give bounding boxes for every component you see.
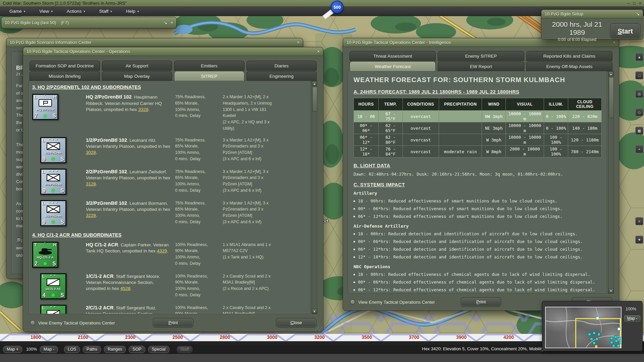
unit-counter-icon[interactable]: L • • 2/C/1-2 AC 4S xyxy=(40,305,66,314)
recon-symbol xyxy=(47,279,60,286)
scroll-down-icon[interactable]: ▼ xyxy=(312,309,317,314)
unit-counter-icon[interactable]: T ' H HQ C/1-2 A 2S xyxy=(32,242,58,268)
menu-view[interactable]: View▾ xyxy=(35,9,57,14)
scrollbar-thumb[interactable] xyxy=(312,87,317,112)
special-button[interactable]: Special xyxy=(148,346,169,353)
unit-equipment: 2 x Cavalry Scout and 2 x M3A1 Bradley[M… xyxy=(223,273,310,292)
tab-engineering[interactable]: Engineering xyxy=(247,71,317,81)
close-button[interactable]: Close xyxy=(276,318,316,327)
tab-air-support[interactable]: Air Support xyxy=(102,61,172,71)
unit-counter-icon[interactable]: L • • • 3/2/PzGren 9S xyxy=(40,200,66,226)
view-enemy-toc-label: View Enemy Tactical Operations Center xyxy=(358,300,435,305)
hex-link[interactable]: 4329 xyxy=(157,248,167,253)
hex-link[interactable]: 3028 xyxy=(86,150,96,155)
resize-grip-icon[interactable]: ⋰⋰ xyxy=(315,326,322,331)
bridge-weight-marker[interactable]: 500 xyxy=(331,1,343,13)
ruler-label: 3700 xyxy=(390,335,438,340)
map-edge-toolbar: ▲ □ ◎ ◇ ▦ + ≡ ▼ xyxy=(635,53,643,244)
close-icon[interactable]: × xyxy=(317,49,320,54)
tab-sitrep[interactable]: SITREP xyxy=(174,71,245,81)
unit-counter-icon[interactable]: L • • • 1/2/PzGren 9S xyxy=(40,137,66,163)
intel-window: 10 PzG Bgde Tactical Operations Center -… xyxy=(343,38,619,311)
tab-emitters[interactable]: Emitters xyxy=(174,61,245,71)
tab-diaries[interactable]: Diaries xyxy=(247,61,317,71)
ruler-label: 3000 xyxy=(249,335,296,340)
ruler-label: 2800 xyxy=(201,335,249,340)
weather-row: 12* - 18*76 - 84°F overcastmoderate rain… xyxy=(354,146,602,158)
scroll-down-icon[interactable]: ▼ xyxy=(635,236,643,244)
restore-icon[interactable]: ↘ xyxy=(636,11,640,16)
view-enemy-toc-checkbox[interactable] xyxy=(30,320,35,325)
menu-staff[interactable]: Staff▾ xyxy=(95,9,117,14)
sitrep-unit-row: L ' H HQ 2/PzGre 7S HQ 2/PzGrenBtl 102. … xyxy=(32,94,309,132)
viewport-handle[interactable] xyxy=(596,317,599,320)
unit-stats: 75% Readiness, 65% Morale, 100% Ammo, 0 … xyxy=(175,137,218,162)
minimap-map-button[interactable]: Map - xyxy=(624,315,641,322)
hex-link[interactable]: 3328 xyxy=(138,107,148,112)
ops-scrollbar[interactable]: ▲ ▼ xyxy=(312,81,317,314)
start-button[interactable]: Start xyxy=(610,23,640,39)
close-icon[interactable]: × xyxy=(639,1,641,6)
map-tool-icon[interactable]: ≡ xyxy=(635,217,643,225)
unit-stats: 75% Readiness, 65% Morale, 100% Ammo, 0 … xyxy=(175,94,218,119)
tab-weather-forecast[interactable]: Weather Forecast xyxy=(350,61,436,71)
map-tool-icon[interactable]: ◇ xyxy=(635,108,643,116)
scroll-up-icon[interactable]: ▲ xyxy=(312,81,317,86)
map-tool-icon[interactable]: □ xyxy=(635,71,643,79)
viewport-handle[interactable] xyxy=(618,327,621,330)
restore-icon[interactable]: ↘ xyxy=(164,20,167,25)
map-zoom-out-button[interactable]: Map - xyxy=(40,346,58,353)
unit-counter-icon[interactable]: L • • 1/C/1-2 AC 4S xyxy=(40,273,66,299)
tab-map-overlay[interactable]: Map Overlay xyxy=(102,71,172,81)
tab-enemy-sitrep[interactable]: Enemy SITREP xyxy=(438,51,524,61)
tab-mission-briefing[interactable]: Mission Briefing xyxy=(30,71,100,81)
hex-link[interactable]: 3128 xyxy=(86,181,96,186)
menu-actions[interactable]: Actions▾ xyxy=(62,9,90,14)
scenario-checkbox[interactable] xyxy=(16,237,21,243)
infantry-symbol xyxy=(47,205,60,213)
restore-icon[interactable]: □ xyxy=(633,1,636,6)
tab-reported-kills[interactable]: Reported Kills and Claims xyxy=(526,51,612,61)
intel-scrollbar[interactable]: ▲ ▼ xyxy=(608,71,614,294)
hex-link[interactable]: 3228 xyxy=(86,213,96,218)
ruler-label: 1800 xyxy=(12,335,59,340)
minimize-icon[interactable]: ─ xyxy=(627,1,630,6)
ranges-button[interactable]: Ranges xyxy=(104,346,126,353)
menu-help[interactable]: Help▾ xyxy=(121,9,144,14)
map-zoom-in-button[interactable]: Map + xyxy=(3,346,22,353)
print-button[interactable]: Print xyxy=(461,297,501,307)
map-tool-icon[interactable]: ▦ xyxy=(635,127,643,135)
hex-link[interactable]: 4528 xyxy=(120,286,130,291)
scroll-down-icon[interactable]: ▼ xyxy=(608,288,613,293)
ruler-label: 3200 xyxy=(296,335,343,340)
ruler-label: 2500 xyxy=(154,335,201,340)
tab-enemy-offmap[interactable]: Enemy Off-Map Assets xyxy=(526,61,612,71)
tab-threat-assessment[interactable]: Threat Assessment xyxy=(350,51,436,61)
unit-counter-icon[interactable]: L • • • 2/2/PzGren 9S xyxy=(40,169,66,195)
sop-button[interactable]: SOP xyxy=(129,346,145,353)
setup-window-title: 10 PzG Bgde Setup xyxy=(545,11,583,16)
menu-game[interactable]: Game▾ xyxy=(5,9,30,14)
scroll-up-icon[interactable]: ▲ xyxy=(635,53,643,61)
minimap[interactable] xyxy=(545,307,622,348)
log-window-title: 10 PzG Bgde Log (last 50) xyxy=(5,20,56,25)
close-icon[interactable]: × xyxy=(170,20,173,25)
close-icon[interactable]: × xyxy=(297,40,300,45)
view-enemy-toc-checkbox[interactable] xyxy=(350,299,355,305)
scrollbar-thumb[interactable] xyxy=(609,77,614,118)
unit-counter-icon[interactable]: L ' H HQ 2/PzGre 7S xyxy=(32,94,58,120)
map-tool-icon[interactable]: + xyxy=(635,145,643,153)
weather-row-current: 18 - 0067 - 75°F overcast NW 3mph10000 -… xyxy=(354,111,602,122)
unit-dot xyxy=(588,333,591,336)
sitrep-section-heading: 4. HQ C/1-2 ACR AND SUBORDINATES xyxy=(32,232,310,238)
tab-formation-sop[interactable]: Formation SOP and Doctrine xyxy=(30,61,100,71)
tab-ew-report[interactable]: EW Report xyxy=(438,61,524,71)
los-button[interactable]: LOS xyxy=(64,346,80,353)
unit-name: 2/C/1-2 ACR xyxy=(86,305,113,310)
zoom-tool-icon[interactable]: ◎ xyxy=(635,90,643,98)
paths-button[interactable]: Paths xyxy=(83,346,101,353)
print-button[interactable]: Print xyxy=(153,318,193,327)
log-window-hotkey: (F7) xyxy=(61,20,69,25)
status-dot xyxy=(44,262,47,265)
scroll-up-icon[interactable]: ▲ xyxy=(608,71,613,76)
